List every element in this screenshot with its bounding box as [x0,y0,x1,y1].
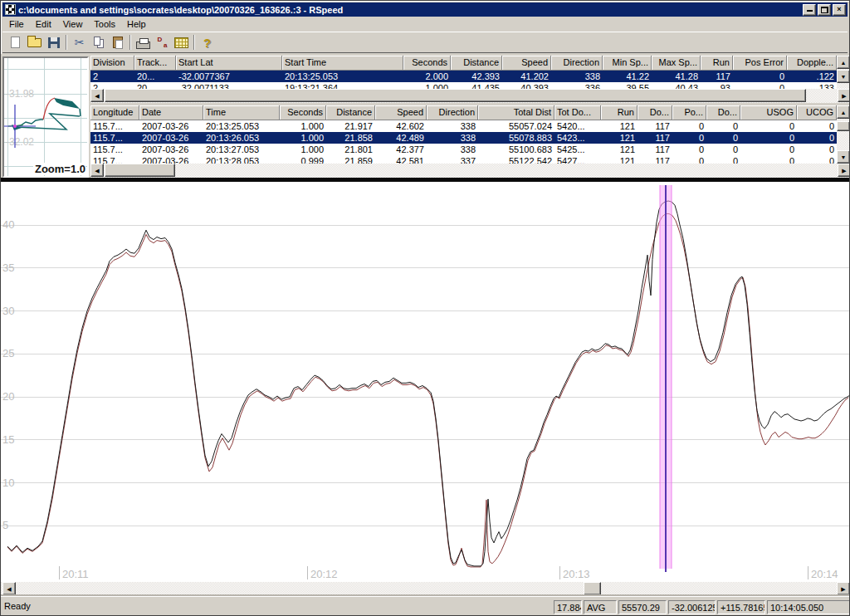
menu-bar: File Edit View Tools Help [2,17,848,32]
column-header[interactable]: Run [701,56,733,71]
column-header[interactable]: Dopple... [787,56,837,71]
column-header[interactable]: Distance [451,56,502,71]
table-cell: 117 [638,155,672,164]
open-button[interactable] [25,33,44,51]
column-header[interactable]: Division [90,56,134,71]
column-header[interactable]: UCOG [797,105,837,120]
column-header[interactable]: Longitude [90,105,139,120]
table-row[interactable]: 115.7...2007-03-2620:13:27.0531.00021.80… [90,144,837,155]
column-header[interactable]: Min Sp... [603,56,652,71]
scroll-left-button[interactable]: ◀ [90,89,104,102]
points-table-vscrollbar[interactable]: ▲ ▼ [837,105,850,164]
help-button[interactable]: ? [198,33,217,51]
vscroll-thumb[interactable] [837,121,850,131]
y-axis-tick-label: 5 [2,519,8,531]
table-cell: 39.55 [603,82,652,89]
column-header[interactable]: Track... [134,56,176,71]
column-header[interactable]: Po... [672,105,706,120]
column-header[interactable]: Speed [502,56,551,71]
paste-button[interactable] [108,33,127,51]
scroll-right-button[interactable]: ▶ [838,164,850,177]
column-header[interactable]: Do... [638,105,672,120]
restore-button[interactable] [818,4,831,16]
cut-button[interactable]: ✂ [70,33,89,51]
menu-view[interactable]: View [57,17,89,31]
points-table[interactable]: LongitudeDateTimeSecondsDistanceSpeedDir… [90,105,837,164]
division-table-hscrollbar[interactable]: ◀ ▶ [90,89,850,103]
column-header[interactable]: Distance [326,105,375,120]
y-axis-tick-label: 35 [2,262,14,274]
minimize-button[interactable] [803,4,816,16]
column-header[interactable]: Run [601,105,638,120]
menu-edit[interactable]: Edit [30,17,57,31]
table-cell: 5425... [554,144,601,155]
table-cell: 41.202 [502,71,551,82]
table-cell: 42.377 [375,144,427,155]
speed-chart[interactable]: 51015202530354020:1120:1220:1320:14 [1,182,850,582]
scroll-left-button[interactable]: ◀ [90,164,104,177]
column-header[interactable]: Date [139,105,203,120]
points-table-hscrollbar[interactable]: ◀ ▶ [90,164,850,178]
division-table-vscrollbar[interactable]: ▲ ▼ [837,56,850,89]
table-view-button[interactable] [172,33,191,51]
table-cell: 0 [740,132,797,144]
table-cell: 20... [134,71,176,82]
table-cell: 19:13:21.364 [282,82,403,89]
hscroll-thumb[interactable] [105,164,175,177]
column-header[interactable]: Seconds [280,105,326,120]
gps-speed-line [7,201,850,566]
chart-hscrollbar[interactable]: ◀ ▶ [1,582,850,596]
copy-button[interactable] [89,33,108,51]
y-axis-tick-label: 25 [2,347,14,359]
column-header[interactable]: Start Time [282,56,403,71]
table-cell: 21.859 [326,155,375,164]
column-header[interactable]: Start Lat [176,56,282,71]
table-cell: 121 [601,132,638,144]
speed-chart-plot[interactable]: 51015202530354020:1120:1220:1320:14 [1,182,850,582]
status-latitude: -32.00612500 [668,600,716,614]
division-table[interactable]: DivisionTrack...Start LatStart TimeSecon… [90,56,837,89]
table-row[interactable]: 115.7...2007-03-2620:13:28.0530.99921.85… [90,155,837,164]
table-row[interactable]: 115.7...2007-03-2620:13:26.0531.00021.85… [90,132,837,144]
column-header[interactable]: Seconds [403,56,451,71]
table-cell: .122 [787,71,837,82]
column-header[interactable]: Total Dist [478,105,554,120]
save-button[interactable] [44,33,63,51]
menu-file[interactable]: File [3,17,30,31]
column-header[interactable]: Direction [551,56,603,71]
scroll-up-button[interactable]: ▲ [837,56,850,69]
column-header[interactable]: Pos Error [733,56,787,71]
column-header[interactable]: Time [203,105,280,120]
print-button[interactable] [134,33,153,51]
column-header[interactable]: USOG [740,105,797,120]
track-map-panel[interactable]: -31.98 -32.02 Zoom=1.0 [2,56,89,178]
table-row[interactable]: 115.7...2007-03-2620:13:25.0531.00021.91… [90,120,837,132]
column-header[interactable]: Direction [427,105,478,120]
scroll-down-button[interactable]: ▼ [837,150,850,164]
scroll-down-button[interactable]: ▼ [837,70,850,83]
column-header[interactable]: Speed [375,105,427,120]
menu-help[interactable]: Help [121,17,152,31]
scroll-right-button[interactable]: ▶ [837,582,850,595]
table-cell: 42.602 [375,120,427,132]
menu-tools[interactable]: Tools [88,17,121,31]
table-row[interactable]: 220...-32.007113319:13:21.3641.00041.435… [90,82,837,89]
data-labels-button[interactable]: Da [153,33,172,51]
table-cell: 42.489 [375,132,427,144]
title-bar[interactable]: c:\documents and settings\socrates\deskt… [2,2,848,17]
status-time: 10:14:05.050 [767,600,850,614]
print-icon [136,42,150,49]
scroll-up-button[interactable]: ▲ [837,105,850,119]
table-row[interactable]: 220...-32.007736720:13:25.0532.00042.393… [90,71,837,82]
column-header[interactable]: Max Sp... [652,56,701,71]
close-button[interactable]: × [833,4,846,16]
hscroll-thumb[interactable] [105,89,806,102]
help-question-icon: ? [203,37,211,49]
new-button[interactable] [6,33,25,51]
column-header[interactable]: Tot Do... [554,105,601,120]
column-header[interactable]: Do... [706,105,740,120]
scroll-left-button[interactable]: ◀ [2,582,16,595]
table-cell: 21.858 [326,132,375,144]
scroll-right-button[interactable]: ▶ [838,89,850,102]
chart-hscroll-thumb[interactable] [584,582,601,595]
